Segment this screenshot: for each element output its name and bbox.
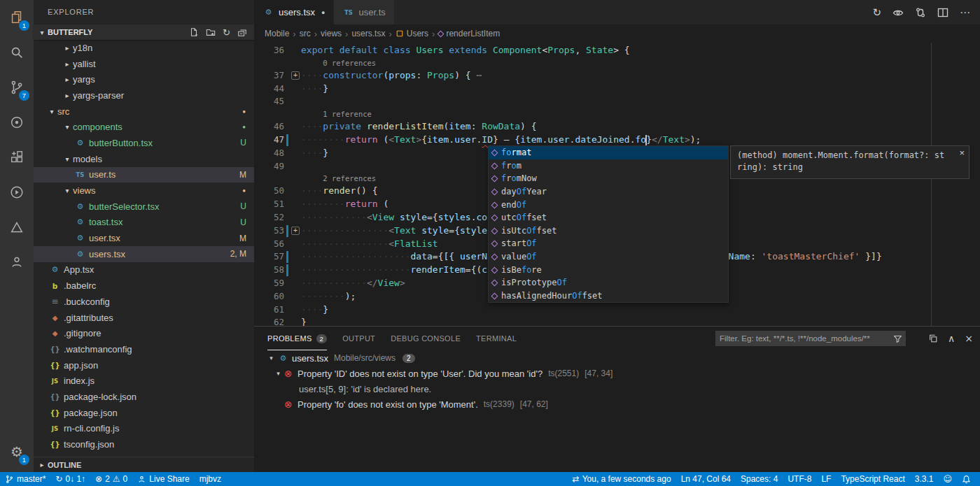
suggestion-fromNow[interactable]: fromNow [489,172,728,185]
tree-file-App.tsx[interactable]: ⚙App.tsx [34,262,254,278]
suggestion-utcOffset[interactable]: utcOffset [489,211,728,224]
suggestion-from[interactable]: from [489,159,728,173]
open-changes-icon[interactable] [915,7,926,18]
tree-folder-yargs-parser[interactable]: ▸yargs-parser [34,87,254,103]
tree-folder-models[interactable]: ▾models [34,151,254,167]
new-folder-icon[interactable] [206,27,216,38]
suggestion-format[interactable]: format [489,146,728,159]
tree-file-.buckconfig[interactable]: ≡.buckconfig [34,294,254,310]
indentation[interactable]: Spaces: 4 [736,472,783,486]
git-branch-status[interactable]: master* [0,472,50,486]
collapse-all-icon[interactable] [928,334,938,343]
codelens[interactable]: 0 references [254,57,980,69]
eol[interactable]: LF [816,472,836,486]
suggestion-valueOf[interactable]: valueOf [489,250,728,264]
live-share-icon[interactable] [0,245,34,280]
breadcrumb-Users[interactable]: Users [396,29,428,38]
settings-gear-icon[interactable]: ⚙1 [0,434,34,469]
tree-file-butterSelector.tsx[interactable]: ⚙butterSelector.tsxU [34,199,254,215]
tree-file-.gitattributes[interactable]: ◆.gitattributes [34,310,254,326]
tree-folder-components[interactable]: ▾components● [34,119,254,135]
search-icon[interactable] [0,35,34,70]
extensions-icon[interactable] [0,140,34,175]
tree-file-package.json[interactable]: {}package.json [34,405,254,421]
new-file-icon[interactable] [189,27,199,38]
tree-folder-views[interactable]: ▾views● [34,183,254,199]
suggestion-isUtcOffset[interactable]: isUtcOffset [489,224,728,238]
breadcrumb-views[interactable]: views [321,29,342,38]
split-editor-icon[interactable] [937,7,948,18]
notifications-bell[interactable] [957,472,976,486]
line-number: 49 [254,160,284,173]
maximize-panel-icon[interactable]: ∧ [948,333,955,344]
tree-file-package-lock.json[interactable]: {}package-lock.json [34,389,254,405]
breadcrumb-Mobile[interactable]: Mobile [265,29,289,38]
problems-file-row[interactable]: ▾⚙users.tsxMobile/src/views2 [254,350,980,366]
tree-folder-src[interactable]: ▾src● [34,103,254,120]
suggestion-hasAlignedHourOffset[interactable]: hasAlignedHourOffset [489,290,728,303]
close-icon[interactable]: × [959,147,965,159]
panel-tab-debug-console[interactable]: DEBUG CONSOLE [391,327,461,350]
method-icon [492,148,497,157]
suggestion-dayOfYear[interactable]: dayOfYear [489,185,728,199]
fold-icon[interactable]: + [291,227,300,235]
tab-user.ts[interactable]: TSuser.ts [334,0,394,24]
breadcrumb-src[interactable]: src [300,29,311,38]
breadcrumb-users.tsx[interactable]: users.tsx [351,29,385,38]
tree-folder-y18n[interactable]: ▸y18n [34,40,254,56]
suggestion-endOf[interactable]: endOf [489,198,728,211]
tree-file-index.js[interactable]: JSindex.js [34,373,254,389]
tree-file-tsconfig.json[interactable]: {}tsconfig.json [34,436,254,452]
breadcrumb-renderListItem[interactable]: renderListItem [438,29,500,38]
language-mode[interactable]: TypeScript React [836,472,909,486]
tree-file-toast.tsx[interactable]: ⚙toast.tsxU [34,215,254,231]
problem-row[interactable]: ▾⊗Property 'ID' does not exist on type '… [254,366,980,381]
fold-icon[interactable]: + [291,71,300,80]
tree-file-rn-cli.config.js[interactable]: JSrn-cli.config.js [34,421,254,437]
outline-section[interactable]: ▸ OUTLINE [34,457,254,472]
suggestion-startOf[interactable]: startOf [489,237,728,250]
more-actions-icon[interactable]: ⋯ [960,6,970,19]
problem-related-info[interactable]: user.ts[5, 9]: 'id' is declared here. [254,381,980,396]
problem-row[interactable]: ⊗Property 'fo' does not exist on type 'M… [254,396,980,412]
tree-file-user.tsx[interactable]: ⚙user.tsxM [34,230,254,246]
tree-file-user.ts[interactable]: TSuser.tsM [34,167,254,183]
sync-icon[interactable]: ↻ [872,6,881,19]
encoding[interactable]: UTF-8 [783,472,816,486]
debug-icon[interactable] [0,175,34,210]
panel-tab-output[interactable]: OUTPUT [342,327,375,350]
tree-file-butterButton.tsx[interactable]: ⚙butterButton.tsxU [34,135,254,151]
codelens[interactable]: 1 reference [254,108,980,120]
close-panel-icon[interactable]: × [965,333,973,344]
sync-status[interactable]: ↻0↓ 1↑ [50,472,90,486]
tree-file-app.json[interactable]: {}app.json [34,357,254,373]
collapse-folders-icon[interactable] [237,27,247,38]
refresh-icon[interactable]: ↻ [223,27,230,38]
feedback-smiley[interactable]: ☺ [938,472,957,486]
source-control-icon[interactable]: 7 [0,70,34,105]
user-status[interactable]: mjbvz [195,472,226,486]
suggestion-isPrototypeOf[interactable]: isPrototypeOf [489,276,728,290]
explorer-icon[interactable]: 1 [0,0,34,35]
tree-file-users.tsx[interactable]: ⚙users.tsx2, M [34,246,254,262]
tree-folder-yargs[interactable]: ▸yargs [34,71,254,87]
tree-file-.babelrc[interactable]: b.babelrc [34,278,254,294]
blame-status[interactable]: ⇄You, a few seconds ago [568,472,676,486]
azure-icon[interactable] [0,210,34,245]
code-editor[interactable]: 36export default class Users extends Com… [254,43,980,326]
tree-folder-yallist[interactable]: ▸yallist [34,56,254,72]
preview-icon[interactable] [892,7,904,18]
filter-input[interactable] [715,334,893,343]
cursor-position[interactable]: Ln 47, Col 64 [676,472,736,486]
test-icon[interactable] [0,105,34,140]
panel-tab-terminal[interactable]: TERMINAL [476,327,517,350]
tab-users.tsx[interactable]: ⚙users.tsx● [254,0,334,24]
tree-file-.watchmanconfig[interactable]: {}.watchmanconfig [34,341,254,357]
live-share-status[interactable]: Live Share [132,472,194,486]
problems-status[interactable]: ⊗2⚠0 [90,472,132,486]
tree-file-.gitignore[interactable]: ◆.gitignore [34,325,254,341]
explorer-section-header[interactable]: ▾ BUTTERFLY ↻ [34,24,254,40]
suggestion-isBefore[interactable]: isBefore [489,263,728,276]
panel-tab-problems[interactable]: PROBLEMS2 [267,327,327,350]
ts-version[interactable]: 3.3.1 [910,472,939,486]
